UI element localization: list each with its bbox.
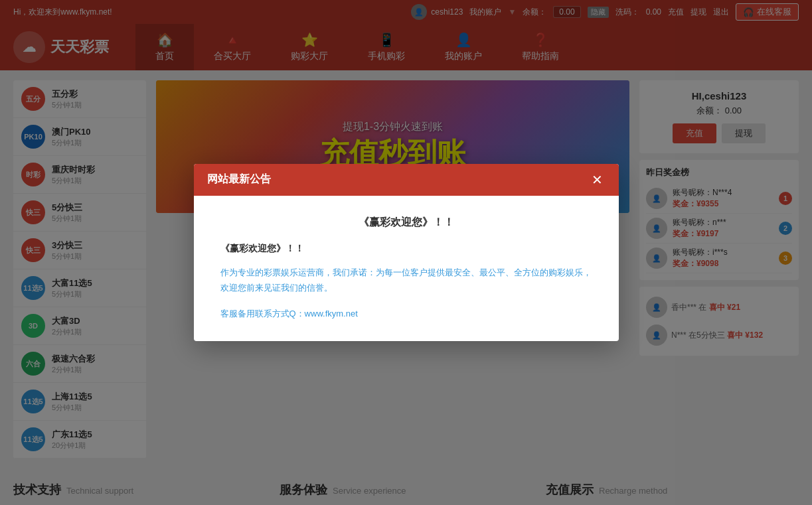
modal-content-title: 《赢彩欢迎您》！！: [220, 216, 592, 230]
modal-title: 网站最新公告: [207, 173, 271, 186]
modal-body-text: 作为专业的彩票娱乐运营商，我们承诺：为每一位客户提供最安全、最公平、全方位的购彩…: [220, 265, 592, 296]
modal-body: 《赢彩欢迎您》！！ 《赢彩欢迎您》！！ 作为专业的彩票娱乐运营商，我们承诺：为每…: [194, 196, 619, 341]
modal-header: 网站最新公告 ✕: [194, 164, 619, 196]
modal-close-button[interactable]: ✕: [589, 172, 606, 188]
modal-contact: 客服备用联系方式Q：www.fkym.net: [220, 306, 592, 321]
modal: 网站最新公告 ✕ 《赢彩欢迎您》！！ 《赢彩欢迎您》！！ 作为专业的彩票娱乐运营…: [194, 164, 619, 341]
modal-overlay[interactable]: 网站最新公告 ✕ 《赢彩欢迎您》！！ 《赢彩欢迎您》！！ 作为专业的彩票娱乐运营…: [0, 0, 812, 505]
modal-subtitle: 《赢彩欢迎您》！！: [220, 243, 592, 255]
